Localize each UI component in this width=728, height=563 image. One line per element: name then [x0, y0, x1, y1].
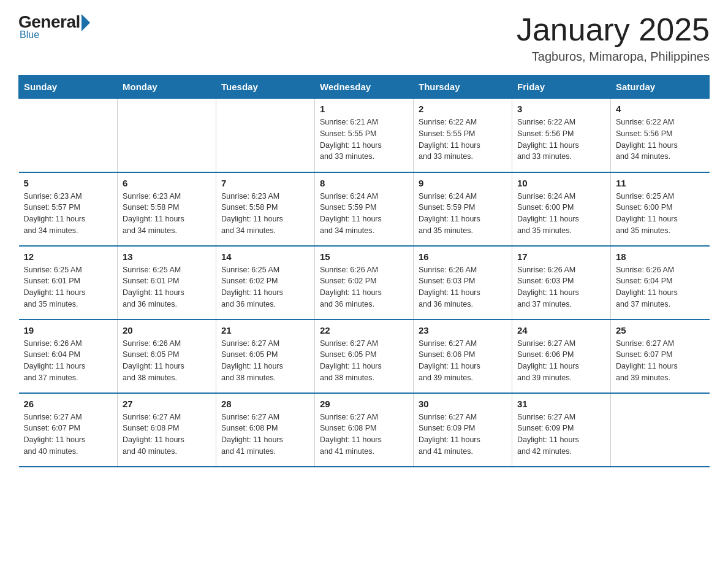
calendar-week-row: 19Sunrise: 6:26 AMSunset: 6:04 PMDayligh…	[19, 320, 710, 393]
calendar-cell: 21Sunrise: 6:27 AMSunset: 6:05 PMDayligh…	[216, 320, 315, 393]
day-number: 6	[123, 178, 211, 188]
calendar-cell: 29Sunrise: 6:27 AMSunset: 6:08 PMDayligh…	[315, 393, 414, 467]
calendar-cell: 3Sunrise: 6:22 AMSunset: 5:56 PMDaylight…	[512, 99, 611, 172]
calendar-cell: 4Sunrise: 6:22 AMSunset: 5:56 PMDaylight…	[611, 99, 710, 172]
calendar-week-row: 12Sunrise: 6:25 AMSunset: 6:01 PMDayligh…	[19, 246, 710, 320]
calendar-cell: 26Sunrise: 6:27 AMSunset: 6:07 PMDayligh…	[19, 393, 118, 467]
page-header: General Blue January 2025 Tagburos, Mima…	[18, 12, 710, 64]
day-info: Sunrise: 6:26 AMSunset: 6:03 PMDaylight:…	[517, 264, 605, 310]
calendar-cell: 25Sunrise: 6:27 AMSunset: 6:07 PMDayligh…	[611, 320, 710, 393]
day-info: Sunrise: 6:23 AMSunset: 5:57 PMDaylight:…	[24, 191, 113, 237]
column-header-tuesday: Tuesday	[216, 75, 315, 99]
title-section: January 2025 Tagburos, Mimaropa, Philipp…	[517, 12, 710, 64]
day-info: Sunrise: 6:27 AMSunset: 6:08 PMDaylight:…	[123, 412, 211, 458]
day-number: 20	[123, 325, 211, 335]
calendar-table: SundayMondayTuesdayWednesdayThursdayFrid…	[18, 75, 710, 467]
day-info: Sunrise: 6:26 AMSunset: 6:05 PMDaylight:…	[123, 338, 211, 384]
day-number: 3	[517, 104, 605, 114]
calendar-cell	[216, 99, 315, 172]
calendar-cell: 2Sunrise: 6:22 AMSunset: 5:55 PMDaylight…	[414, 99, 512, 172]
calendar-cell: 24Sunrise: 6:27 AMSunset: 6:06 PMDayligh…	[512, 320, 611, 393]
day-info: Sunrise: 6:22 AMSunset: 5:56 PMDaylight:…	[616, 117, 705, 163]
column-header-saturday: Saturday	[611, 75, 710, 99]
day-number: 17	[517, 251, 605, 262]
day-number: 23	[419, 325, 507, 335]
day-number: 9	[419, 178, 507, 188]
calendar-cell: 13Sunrise: 6:25 AMSunset: 6:01 PMDayligh…	[118, 246, 216, 320]
day-info: Sunrise: 6:26 AMSunset: 6:04 PMDaylight:…	[616, 264, 705, 310]
day-info: Sunrise: 6:27 AMSunset: 6:05 PMDaylight:…	[221, 338, 309, 384]
calendar-cell: 18Sunrise: 6:26 AMSunset: 6:04 PMDayligh…	[611, 246, 710, 320]
day-number: 27	[123, 399, 211, 409]
calendar-cell	[19, 99, 118, 172]
calendar-cell: 11Sunrise: 6:25 AMSunset: 6:00 PMDayligh…	[611, 172, 710, 246]
main-title: January 2025	[517, 12, 710, 47]
day-info: Sunrise: 6:27 AMSunset: 6:09 PMDaylight:…	[517, 412, 605, 458]
day-number: 28	[221, 399, 309, 409]
day-number: 2	[419, 104, 507, 114]
day-info: Sunrise: 6:23 AMSunset: 5:58 PMDaylight:…	[123, 191, 211, 237]
day-number: 19	[24, 325, 113, 335]
day-info: Sunrise: 6:27 AMSunset: 6:07 PMDaylight:…	[616, 338, 705, 384]
calendar-cell: 12Sunrise: 6:25 AMSunset: 6:01 PMDayligh…	[19, 246, 118, 320]
day-info: Sunrise: 6:24 AMSunset: 5:59 PMDaylight:…	[419, 191, 507, 237]
day-info: Sunrise: 6:25 AMSunset: 6:01 PMDaylight:…	[123, 264, 211, 310]
column-header-friday: Friday	[512, 75, 611, 99]
day-info: Sunrise: 6:27 AMSunset: 6:06 PMDaylight:…	[419, 338, 507, 384]
calendar-cell: 22Sunrise: 6:27 AMSunset: 6:05 PMDayligh…	[315, 320, 414, 393]
column-header-thursday: Thursday	[414, 75, 512, 99]
logo: General Blue	[18, 12, 90, 40]
logo-arrow-icon	[82, 14, 90, 31]
day-info: Sunrise: 6:22 AMSunset: 5:55 PMDaylight:…	[419, 117, 507, 163]
day-info: Sunrise: 6:27 AMSunset: 6:06 PMDaylight:…	[517, 338, 605, 384]
day-number: 8	[320, 178, 408, 188]
calendar-cell: 27Sunrise: 6:27 AMSunset: 6:08 PMDayligh…	[118, 393, 216, 467]
day-number: 22	[320, 325, 408, 335]
day-number: 1	[320, 104, 408, 114]
day-info: Sunrise: 6:27 AMSunset: 6:05 PMDaylight:…	[320, 338, 408, 384]
day-info: Sunrise: 6:22 AMSunset: 5:56 PMDaylight:…	[517, 117, 605, 163]
column-header-sunday: Sunday	[19, 75, 118, 99]
calendar-week-row: 5Sunrise: 6:23 AMSunset: 5:57 PMDaylight…	[19, 172, 710, 246]
calendar-week-row: 1Sunrise: 6:21 AMSunset: 5:55 PMDaylight…	[19, 99, 710, 172]
day-number: 26	[24, 399, 113, 409]
calendar-cell: 5Sunrise: 6:23 AMSunset: 5:57 PMDaylight…	[19, 172, 118, 246]
day-info: Sunrise: 6:25 AMSunset: 6:00 PMDaylight:…	[616, 191, 705, 237]
day-number: 5	[24, 178, 113, 188]
day-info: Sunrise: 6:27 AMSunset: 6:07 PMDaylight:…	[24, 412, 113, 458]
calendar-cell: 31Sunrise: 6:27 AMSunset: 6:09 PMDayligh…	[512, 393, 611, 467]
day-number: 10	[517, 178, 605, 188]
day-number: 15	[320, 251, 408, 262]
day-number: 25	[616, 325, 705, 335]
day-number: 11	[616, 178, 705, 188]
calendar-cell: 28Sunrise: 6:27 AMSunset: 6:08 PMDayligh…	[216, 393, 315, 467]
day-number: 14	[221, 251, 309, 262]
calendar-cell	[118, 99, 216, 172]
day-number: 13	[123, 251, 211, 262]
day-info: Sunrise: 6:21 AMSunset: 5:55 PMDaylight:…	[320, 117, 408, 163]
day-info: Sunrise: 6:25 AMSunset: 6:02 PMDaylight:…	[221, 264, 309, 310]
column-header-monday: Monday	[118, 75, 216, 99]
calendar-cell: 10Sunrise: 6:24 AMSunset: 6:00 PMDayligh…	[512, 172, 611, 246]
calendar-cell: 6Sunrise: 6:23 AMSunset: 5:58 PMDaylight…	[118, 172, 216, 246]
calendar-cell: 17Sunrise: 6:26 AMSunset: 6:03 PMDayligh…	[512, 246, 611, 320]
day-number: 29	[320, 399, 408, 409]
calendar-cell: 16Sunrise: 6:26 AMSunset: 6:03 PMDayligh…	[414, 246, 512, 320]
day-number: 24	[517, 325, 605, 335]
day-number: 18	[616, 251, 705, 262]
subtitle: Tagburos, Mimaropa, Philippines	[517, 50, 710, 64]
calendar-cell: 20Sunrise: 6:26 AMSunset: 6:05 PMDayligh…	[118, 320, 216, 393]
day-info: Sunrise: 6:26 AMSunset: 6:03 PMDaylight:…	[419, 264, 507, 310]
day-number: 31	[517, 399, 605, 409]
day-number: 30	[419, 399, 507, 409]
calendar-cell: 8Sunrise: 6:24 AMSunset: 5:59 PMDaylight…	[315, 172, 414, 246]
day-number: 21	[221, 325, 309, 335]
calendar-cell: 15Sunrise: 6:26 AMSunset: 6:02 PMDayligh…	[315, 246, 414, 320]
day-info: Sunrise: 6:27 AMSunset: 6:08 PMDaylight:…	[320, 412, 408, 458]
day-number: 16	[419, 251, 507, 262]
day-number: 7	[221, 178, 309, 188]
day-info: Sunrise: 6:27 AMSunset: 6:09 PMDaylight:…	[419, 412, 507, 458]
calendar-cell: 9Sunrise: 6:24 AMSunset: 5:59 PMDaylight…	[414, 172, 512, 246]
calendar-cell: 7Sunrise: 6:23 AMSunset: 5:58 PMDaylight…	[216, 172, 315, 246]
day-info: Sunrise: 6:23 AMSunset: 5:58 PMDaylight:…	[221, 191, 309, 237]
